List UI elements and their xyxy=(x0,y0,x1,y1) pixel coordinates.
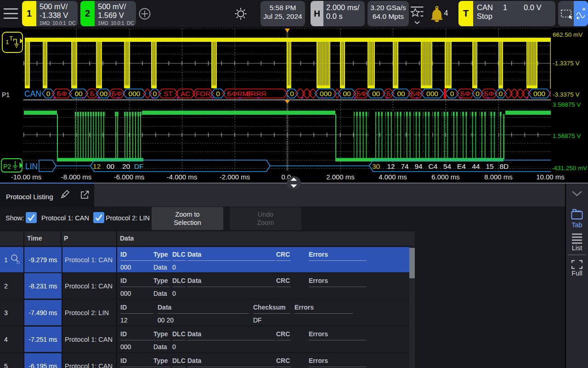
svg-text:4.000 ms: 4.000 ms xyxy=(379,173,407,181)
svg-text:C4: C4 xyxy=(429,162,438,170)
svg-text:E4: E4 xyxy=(457,162,466,170)
svg-text:-4.000 ms: -4.000 ms xyxy=(167,173,198,181)
svg-text:662.50 mV: 662.50 mV xyxy=(553,31,582,38)
svg-text:00: 00 xyxy=(74,90,83,98)
svg-text:00: 00 xyxy=(107,162,115,170)
svg-text:-431.250 mV: -431.250 mV xyxy=(552,165,587,172)
svg-text:00: 00 xyxy=(397,90,405,98)
svg-text:0: 0 xyxy=(499,90,503,98)
svg-text:0: 0 xyxy=(475,90,480,98)
svg-text:БΦ: БΦ xyxy=(460,90,471,98)
svg-text:-3.3375 V: -3.3375 V xyxy=(553,91,580,98)
svg-text:БΦ: БΦ xyxy=(57,90,67,98)
svg-text:6.000 ms: 6.000 ms xyxy=(431,173,460,181)
svg-text:Tab: Tab xyxy=(571,221,582,229)
svg-text:T: T xyxy=(9,35,13,42)
svg-text:-6.000 ms: -6.000 ms xyxy=(114,173,145,181)
svg-text:15: 15 xyxy=(486,162,494,170)
svg-text:FOR: FOR xyxy=(196,90,211,98)
svg-text:List: List xyxy=(572,244,582,252)
svg-text:БΦ: БΦ xyxy=(112,90,122,98)
svg-text:0: 0 xyxy=(290,90,294,98)
svg-text:БΦ: БΦ xyxy=(356,90,367,98)
svg-text:94: 94 xyxy=(415,162,423,170)
svg-text:54: 54 xyxy=(443,162,452,170)
svg-text:8D: 8D xyxy=(500,162,509,170)
svg-text:P1: P1 xyxy=(2,91,10,98)
svg-text:LIN: LIN xyxy=(25,162,38,171)
svg-text:ERRR: ERRR xyxy=(246,90,266,98)
svg-text:00: 00 xyxy=(100,90,108,98)
svg-text:8.000 ms: 8.000 ms xyxy=(484,173,513,181)
svg-text:00: 00 xyxy=(372,90,380,98)
svg-text:P2: P2 xyxy=(3,163,11,170)
svg-text:DF: DF xyxy=(134,162,144,170)
svg-text:74: 74 xyxy=(401,162,409,170)
svg-text:-2.000 ms: -2.000 ms xyxy=(220,173,250,181)
svg-text:0: 0 xyxy=(450,90,454,98)
svg-text:Full: Full xyxy=(571,270,582,277)
svg-text:1: 1 xyxy=(6,39,9,46)
svg-text:ST: ST xyxy=(164,90,173,98)
svg-text:0: 0 xyxy=(216,90,220,98)
svg-text:30: 30 xyxy=(372,162,380,170)
svg-text:20: 20 xyxy=(122,162,130,170)
svg-text:12: 12 xyxy=(93,162,101,170)
svg-text:2.000 ms: 2.000 ms xyxy=(326,173,355,181)
svg-text:44: 44 xyxy=(472,162,481,170)
svg-text:Б: Б xyxy=(386,90,390,98)
svg-text:Б: Б xyxy=(90,90,94,98)
svg-text:10.00 ms: 10.00 ms xyxy=(536,173,565,181)
svg-text:AC: AC xyxy=(181,90,191,98)
svg-text:БΦ: БΦ xyxy=(411,90,421,98)
svg-text:-10.00 ms: -10.00 ms xyxy=(11,173,42,181)
svg-text:12: 12 xyxy=(387,162,395,170)
svg-text:1.56875 V: 1.56875 V xyxy=(553,132,581,139)
svg-text:00: 00 xyxy=(343,90,351,98)
svg-text:CAN: CAN xyxy=(24,89,41,98)
svg-text:4: 4 xyxy=(444,9,448,17)
svg-text:0: 0 xyxy=(153,90,157,98)
svg-text:000: 000 xyxy=(426,90,438,98)
svg-text:000: 000 xyxy=(533,90,545,98)
svg-text:0: 0 xyxy=(46,90,51,98)
svg-text:3.56875 V: 3.56875 V xyxy=(553,101,581,108)
svg-text:БΦ: БΦ xyxy=(484,90,494,98)
svg-text:-1.3375 V: -1.3375 V xyxy=(553,60,580,67)
svg-text:000: 000 xyxy=(320,90,332,98)
svg-text:-8.000 ms: -8.000 ms xyxy=(61,173,92,181)
svg-text:000: 000 xyxy=(129,90,141,98)
